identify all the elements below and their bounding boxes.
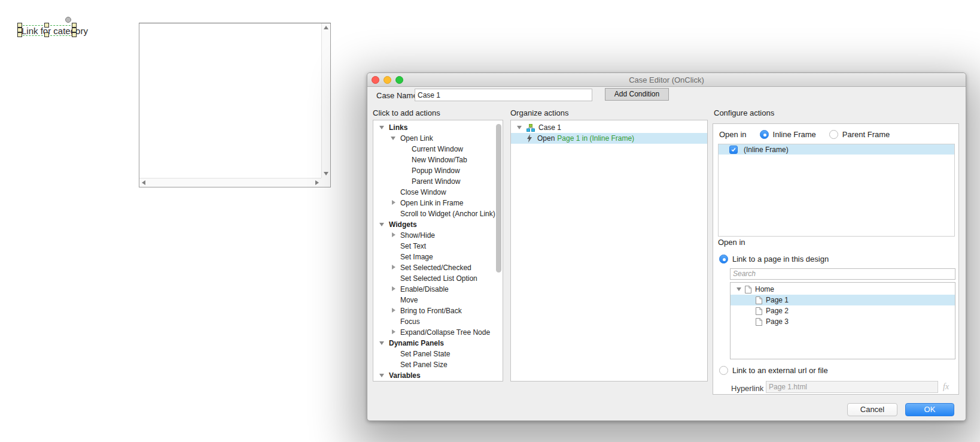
scrollbar-thumb[interactable] <box>496 124 501 273</box>
selection-handle[interactable] <box>17 23 22 28</box>
link-page-radio[interactable] <box>719 255 728 264</box>
dialog-titlebar[interactable]: Case Editor (OnClick) <box>367 73 966 87</box>
action-item-widgets[interactable]: Widgets <box>373 219 503 230</box>
selection-handle[interactable] <box>17 32 22 37</box>
frame-list-item[interactable]: (Inline Frame) <box>719 144 954 155</box>
case-name-label: Case Name <box>376 91 418 100</box>
expand-arrow-icon[interactable] <box>389 329 400 336</box>
collapse-arrow-icon[interactable] <box>378 124 389 131</box>
page-item-home[interactable]: Home <box>731 284 955 295</box>
action-item-scroll-to-widget-anchor-link[interactable]: Scroll to Widget (Anchor Link) <box>373 208 503 219</box>
action-item-enable-disable[interactable]: Enable/Disable <box>373 284 503 295</box>
dialog-title: Case Editor (OnClick) <box>367 73 966 87</box>
action-item-label: Enable/Disable <box>400 285 449 293</box>
page-item-label: Page 3 <box>766 317 789 326</box>
selection-handle[interactable] <box>72 28 77 32</box>
action-row-selected[interactable]: Open Page 1 in (Inline Frame) <box>511 133 707 144</box>
action-item-label: Open Link in Frame <box>400 199 463 207</box>
page-item-page-1[interactable]: Page 1 <box>731 295 955 305</box>
page-item-page-3[interactable]: Page 3 <box>731 316 955 327</box>
page-icon <box>756 307 762 315</box>
action-item-close-window[interactable]: Close Window <box>373 187 503 198</box>
action-item-new-window-tab[interactable]: New Window/Tab <box>373 155 503 165</box>
scroll-left-icon[interactable] <box>142 180 145 185</box>
fx-icon[interactable]: fx <box>943 382 949 392</box>
action-item-label: Open Link <box>400 134 433 143</box>
action-item-label: Variables <box>389 371 421 380</box>
link-external-radio-label: Link to an external url or file <box>732 366 828 375</box>
add-actions-list: LinksOpen LinkCurrent WindowNew Window/T… <box>373 120 503 382</box>
selection-handle[interactable] <box>17 28 22 32</box>
action-item-set-text[interactable]: Set Text <box>373 241 503 252</box>
frame-checkbox[interactable] <box>729 146 738 154</box>
action-item-focus[interactable]: Focus <box>373 316 503 327</box>
action-item-set-selected-list-option[interactable]: Set Selected List Option <box>373 273 503 284</box>
action-item-open-link[interactable]: Open Link <box>373 133 503 144</box>
action-item-bring-to-front-back[interactable]: Bring to Front/Back <box>373 305 503 316</box>
action-item-label: Move <box>400 296 418 304</box>
collapse-arrow-icon[interactable] <box>516 124 526 131</box>
arrow-spacer <box>401 146 412 153</box>
ok-button[interactable]: OK <box>905 403 954 416</box>
collapse-arrow-icon[interactable] <box>389 135 400 142</box>
arrow-spacer <box>389 243 400 250</box>
action-item-label: Dynamic Panels <box>389 339 444 347</box>
selection-handle[interactable] <box>44 32 49 37</box>
inline-frame-radio-label: Inline Frame <box>773 130 816 139</box>
action-item-popup-window[interactable]: Popup Window <box>373 165 503 176</box>
collapse-arrow-icon[interactable] <box>378 221 389 228</box>
expand-arrow-icon[interactable] <box>389 307 400 314</box>
case-tree-item[interactable]: Case 1 <box>511 122 707 133</box>
selection-handle[interactable] <box>72 32 77 37</box>
inline-frame-widget[interactable] <box>139 23 331 187</box>
action-item-label: Parent Window <box>412 177 460 186</box>
rotate-handle-icon[interactable] <box>65 17 71 23</box>
case-name-input[interactable] <box>415 89 592 101</box>
action-item-variables[interactable]: Variables <box>373 370 503 381</box>
collapse-arrow-icon[interactable] <box>378 372 389 379</box>
action-item-set-image[interactable]: Set Image <box>373 252 503 262</box>
action-item-dynamic-panels[interactable]: Dynamic Panels <box>373 338 503 349</box>
organize-actions-tree: Case 1 Open Page 1 in (Inline Frame) <box>510 120 708 382</box>
axure-workspace: Link for category Case Editor (OnClick) … <box>0 0 980 442</box>
action-item-set-panel-state[interactable]: Set Panel State <box>373 349 503 359</box>
scroll-right-icon[interactable] <box>315 180 319 185</box>
action-item-current-window[interactable]: Current Window <box>373 144 503 155</box>
horizontal-scrollbar[interactable] <box>139 178 321 187</box>
arrow-spacer <box>401 167 412 174</box>
vertical-scrollbar[interactable] <box>321 23 330 178</box>
expand-arrow-icon[interactable] <box>389 286 400 293</box>
collapse-arrow-icon[interactable] <box>735 286 745 293</box>
action-item-label: Close Window <box>400 188 446 196</box>
selection-handle[interactable] <box>72 23 77 28</box>
page-icon <box>756 296 762 304</box>
collapse-arrow-icon[interactable] <box>378 340 389 347</box>
page-item-page-2[interactable]: Page 2 <box>731 305 955 316</box>
action-item-open-link-in-frame[interactable]: Open Link in Frame <box>373 198 503 208</box>
action-item-expand-collapse-tree-node[interactable]: Expand/Collapse Tree Node <box>373 327 503 338</box>
hyperlink-input[interactable] <box>766 381 938 393</box>
arrow-spacer <box>389 210 400 217</box>
cancel-button[interactable]: Cancel <box>847 403 897 416</box>
page-search-input[interactable] <box>730 268 955 280</box>
arrow-spacer <box>389 296 400 304</box>
selection-handle[interactable] <box>44 23 49 28</box>
action-item-links[interactable]: Links <box>373 122 503 133</box>
arrow-spacer <box>746 307 756 314</box>
action-item-label: Popup Window <box>412 166 460 175</box>
frame-list-item-label: (Inline Frame) <box>744 146 789 154</box>
action-item-parent-window[interactable]: Parent Window <box>373 176 503 187</box>
action-item-move[interactable]: Move <box>373 295 503 305</box>
action-item-show-hide[interactable]: Show/Hide <box>373 230 503 241</box>
expand-arrow-icon[interactable] <box>389 199 400 207</box>
add-condition-button[interactable]: Add Condition <box>605 88 669 101</box>
link-external-radio[interactable] <box>719 366 728 375</box>
parent-frame-radio[interactable] <box>829 130 838 139</box>
inline-frame-radio[interactable] <box>760 130 769 139</box>
expand-arrow-icon[interactable] <box>389 264 400 271</box>
expand-arrow-icon[interactable] <box>389 232 400 239</box>
action-item-set-panel-size[interactable]: Set Panel Size <box>373 359 503 370</box>
scroll-down-icon[interactable] <box>324 172 328 175</box>
scroll-up-icon[interactable] <box>324 26 328 29</box>
action-item-set-selected-checked[interactable]: Set Selected/Checked <box>373 262 503 273</box>
